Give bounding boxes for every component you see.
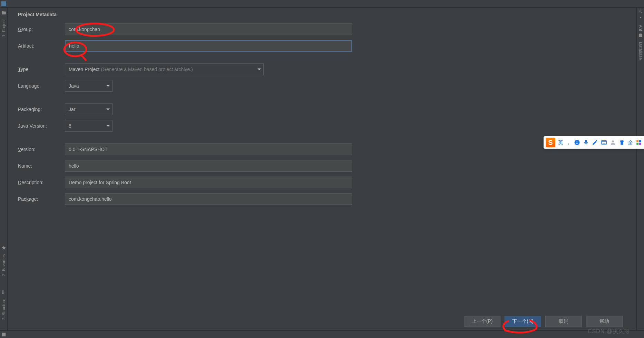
svg-rect-7 [603,141,604,142]
description-label: Description: [18,180,65,185]
group-label: GGroup:roup: [18,27,65,32]
svg-rect-6 [602,141,603,142]
status-bar [0,330,644,338]
language-label: Language: [18,83,65,89]
svg-point-0 [640,17,641,18]
wizard-button-bar: 上一个(P) 下一个(N) 取消 帮助 [464,316,623,327]
help-button[interactable]: 帮助 [586,316,623,327]
sidebar-database[interactable]: Database [638,42,643,60]
emoji-icon[interactable] [574,139,580,146]
type-label: Type: [18,67,65,72]
page-title: Project Metadata [18,12,626,17]
svg-rect-11 [636,140,638,142]
svg-rect-10 [603,143,606,144]
svg-rect-14 [639,143,641,145]
sidebar-structure[interactable]: 7: Structure [1,299,6,320]
svg-point-3 [576,141,577,142]
javaversion-label: Java Version: [18,123,65,129]
cancel-button[interactable]: 取消 [545,316,582,327]
title-bar [0,0,644,8]
artifact-label: Artifact: [18,43,65,49]
svg-point-4 [577,141,578,142]
edit-icon[interactable] [592,139,598,146]
description-input[interactable] [65,177,352,188]
ime-lang-indicator[interactable]: 英 [558,139,563,146]
app-icon [1,1,6,6]
packaging-label: Packaging: [18,107,65,112]
packaging-select[interactable]: Jar [65,103,113,115]
next-button[interactable]: 下一个(N) [505,316,541,327]
svg-rect-12 [639,140,641,142]
previous-button[interactable]: 上一个(P) [464,316,500,327]
sidebar-ant[interactable]: Ant [638,25,643,31]
svg-rect-13 [636,143,638,145]
sidebar-project[interactable]: 1: Project [1,19,6,37]
language-select[interactable]: Java [65,80,113,92]
artifact-input[interactable] [65,40,352,52]
javaversion-select[interactable]: 8 [65,120,113,132]
structure-icon [1,290,6,295]
package-label: Package: [18,196,65,202]
name-label: Name: [18,163,65,169]
microphone-icon[interactable] [583,139,589,146]
chevron-down-icon [106,125,110,127]
svg-rect-8 [604,141,605,142]
sidebar-favorites[interactable]: 2: Favorites [1,254,6,276]
folder-icon [1,10,6,15]
chevron-down-icon [106,109,110,110]
wizard-dialog: Project Metadata GGroup:roup: Artifact: … [8,8,636,330]
watermark: CSDN @执久呀 [588,328,630,335]
ant-icon [638,16,643,21]
toolbox-icon[interactable] [636,139,642,146]
sogou-logo-icon[interactable]: S [546,138,555,147]
database-icon [638,33,643,38]
chevron-down-icon [257,69,261,70]
search-icon[interactable] [638,9,643,14]
ime-punct-icon[interactable]: ， [566,139,571,146]
left-tool-sidebar: 1: Project 2: Favorites 7: Structure [0,8,8,338]
version-label: Version: [18,147,65,152]
name-input[interactable] [65,160,352,172]
account-icon[interactable] [610,139,616,146]
version-input[interactable] [65,143,352,155]
ime-toolbar[interactable]: S 英 ， 全 [544,136,644,149]
keyboard-icon[interactable] [601,139,607,146]
svg-rect-9 [605,141,606,142]
svg-point-2 [575,140,580,145]
type-select[interactable]: Maven Project(Generate a Maven based pro… [65,63,264,75]
chevron-down-icon [106,85,110,87]
bottom-toggle-icon[interactable] [1,332,6,337]
group-input[interactable] [65,23,352,35]
right-tool-sidebar: Ant Database [636,8,644,330]
skin-icon[interactable] [619,139,625,146]
package-input[interactable] [65,193,352,205]
ime-fullwidth-indicator[interactable]: 全 [628,139,633,146]
star-icon [1,245,6,250]
